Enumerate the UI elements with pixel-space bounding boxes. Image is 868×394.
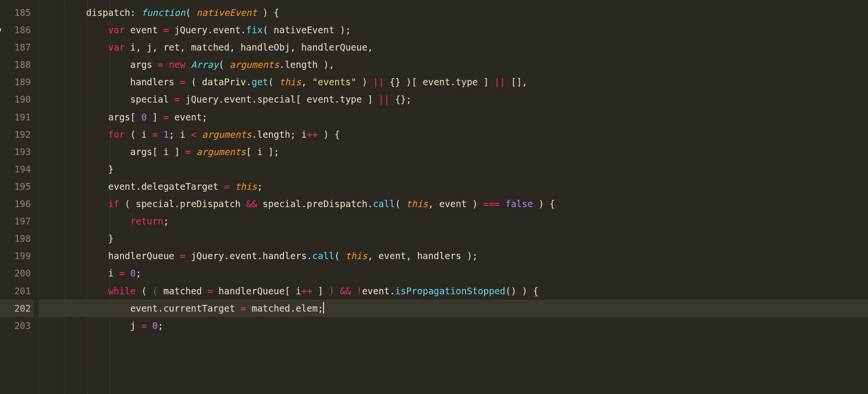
code-line[interactable]: } — [39, 160, 868, 178]
code-token: = — [180, 77, 185, 87]
code-line[interactable]: if ( special.preDispatch && special.preD… — [39, 195, 868, 212]
code-token: 0 — [130, 268, 136, 278]
code-token: && — [340, 286, 351, 296]
code-token: } — [108, 164, 113, 174]
code-line[interactable]: special = jQuery.event.special[ event.ty… — [39, 91, 868, 108]
line-number[interactable]: 188 — [0, 56, 34, 73]
code-token: i — [108, 268, 119, 278]
code-token: {}; — [390, 94, 412, 105]
code-line[interactable]: } — [39, 230, 868, 247]
code-token: jQuery.event. — [169, 25, 246, 35]
code-token: ] — [312, 286, 329, 296]
code-token — [125, 268, 130, 278]
code-token: ( — [218, 59, 230, 70]
code-token: () ) — [505, 286, 533, 296]
code-lines-container[interactable]: dispatch: function( nativeEvent ) { var … — [39, 4, 868, 334]
line-number[interactable]: 203 — [0, 317, 34, 334]
code-token — [163, 59, 169, 70]
code-line[interactable]: j = 0; — [39, 317, 868, 334]
code-token — [185, 59, 190, 70]
code-token: new — [169, 59, 185, 70]
code-token: { — [274, 7, 279, 18]
code-area[interactable]: dispatch: function( nativeEvent ) { var … — [39, 0, 868, 394]
code-token: ( — [185, 7, 196, 18]
code-token: ( i — [125, 129, 152, 140]
line-number[interactable]: 185 — [0, 4, 34, 21]
line-number[interactable]: 196 — [0, 195, 34, 212]
code-token — [196, 129, 202, 140]
code-token: handlers — [130, 77, 180, 87]
code-token: ( — [268, 77, 279, 87]
code-token: ( — [152, 286, 158, 296]
code-line[interactable]: args[ i ] = arguments[ i ]; — [39, 143, 868, 160]
code-token: nativeEvent — [196, 7, 257, 18]
line-number[interactable]: 194 — [0, 160, 34, 178]
code-token: = — [163, 25, 169, 35]
line-number-gutter[interactable]: 1851861871881891901911921931941951961971… — [0, 0, 39, 394]
code-token: , — [301, 77, 312, 87]
code-token: call — [312, 250, 335, 261]
code-line[interactable]: var i, j, ret, matched, handleObj, handl… — [39, 39, 868, 56]
code-token: event; — [169, 112, 207, 122]
line-number[interactable]: 186 — [0, 21, 34, 39]
line-number[interactable]: 192 — [0, 126, 34, 143]
code-token: && — [246, 198, 257, 209]
code-token: event. — [362, 286, 395, 296]
code-token: "events" — [312, 77, 357, 87]
code-token: = — [241, 303, 246, 314]
code-token: ! — [356, 286, 362, 296]
code-token: var — [108, 25, 124, 35]
code-line[interactable]: event.delegateTarget = this; — [39, 178, 868, 195]
code-token: .length ), — [279, 59, 334, 70]
code-line[interactable]: i = 0; — [39, 264, 868, 282]
code-token: = — [207, 286, 213, 296]
code-token: while — [108, 286, 136, 296]
code-token: this — [279, 77, 301, 87]
code-line[interactable]: var event = jQuery.event.fix( nativeEven… — [39, 21, 868, 39]
code-line[interactable]: args = new Array( arguments.length ), — [39, 56, 868, 73]
code-editor[interactable]: 1851861871881891901911921931941951961971… — [0, 0, 868, 394]
code-line[interactable]: handlerQueue = jQuery.event.handlers.cal… — [39, 247, 868, 264]
code-token: event.currentTarget — [130, 303, 241, 314]
code-token: {} )[ event.type ] — [384, 77, 494, 87]
code-token: isPropagationStopped — [395, 286, 505, 296]
code-token: jQuery.event.special[ event.type ] — [180, 94, 379, 105]
code-token: matched.elem; — [246, 303, 323, 314]
code-token: this — [235, 181, 257, 192]
line-number[interactable]: 187 — [0, 39, 34, 56]
code-token: jQuery.event.handlers. — [185, 250, 312, 261]
line-number[interactable]: 190 — [0, 91, 34, 108]
code-token: = — [180, 250, 185, 261]
line-number[interactable]: 189 — [0, 73, 34, 91]
line-number[interactable]: 193 — [0, 143, 34, 160]
code-line[interactable]: for ( i = 1; i < arguments.length; i++ )… — [39, 126, 868, 143]
code-token: ; i — [169, 129, 191, 140]
code-token: = — [141, 320, 147, 331]
code-token: ; — [257, 181, 262, 192]
code-token: || — [379, 94, 390, 105]
line-number[interactable]: 198 — [0, 230, 34, 247]
code-line[interactable]: event.currentTarget = matched.elem; — [39, 300, 868, 317]
code-token — [147, 320, 152, 331]
code-token: special.preDispatch. — [257, 198, 373, 209]
code-token: ( special.preDispatch — [119, 198, 246, 209]
code-token: ( — [136, 286, 152, 296]
code-token: get — [252, 77, 268, 87]
line-number[interactable]: 200 — [0, 264, 34, 282]
code-line[interactable]: return; — [39, 212, 868, 230]
line-number[interactable]: 201 — [0, 282, 34, 300]
code-line[interactable]: args[ 0 ] = event; — [39, 108, 868, 126]
line-number[interactable]: 191 — [0, 108, 34, 126]
code-token: ( dataPriv. — [185, 77, 251, 87]
line-number[interactable]: 197 — [0, 212, 34, 230]
code-token: 0 — [141, 112, 147, 122]
code-token: function — [141, 7, 186, 18]
line-number[interactable]: 195 — [0, 178, 34, 195]
code-token: this — [406, 198, 428, 209]
code-token — [230, 181, 235, 192]
line-number[interactable]: 199 — [0, 247, 34, 264]
code-line[interactable]: dispatch: function( nativeEvent ) { — [39, 4, 868, 21]
line-number[interactable]: 202 — [0, 300, 34, 317]
code-line[interactable]: while ( ( matched = handlerQueue[ i++ ] … — [39, 282, 868, 300]
code-line[interactable]: handlers = ( dataPriv.get( this, "events… — [39, 73, 868, 91]
